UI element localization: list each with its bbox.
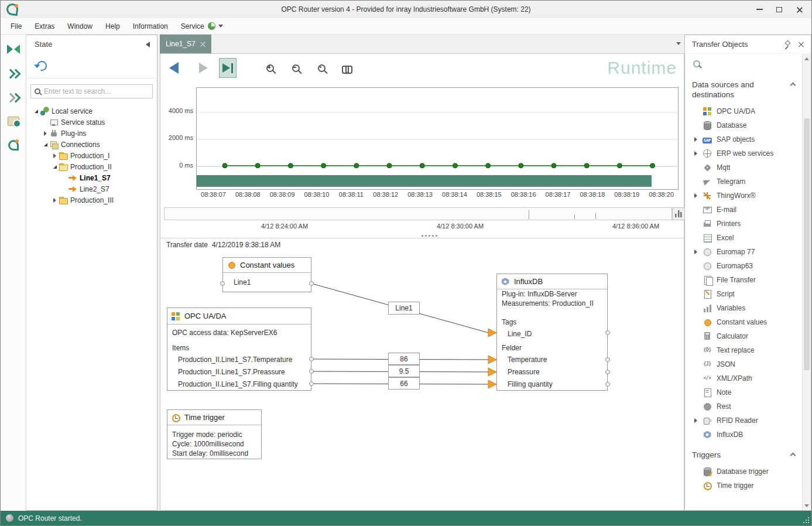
collapse-section-icon[interactable] [790, 83, 796, 88]
plugin-package-strip-button[interactable] [4, 112, 23, 131]
tree-expander-icon[interactable] [51, 165, 59, 169]
transfer-object-item[interactable]: E-mail [685, 203, 802, 217]
item-expander-icon[interactable] [694, 137, 703, 142]
connection-port[interactable] [605, 370, 610, 374]
section-triggers[interactable]: Triggers [685, 442, 802, 464]
tree-expander-icon[interactable] [51, 198, 59, 203]
tree-item[interactable]: Production_I [26, 150, 157, 161]
menu-extras[interactable]: Extras [28, 20, 61, 33]
transfer-object-item[interactable]: Time trigger [685, 479, 802, 493]
transfer-object-item[interactable]: InfluxDB [685, 428, 802, 442]
transfer-objects-search[interactable] [685, 54, 811, 74]
service-menu-caret-icon[interactable] [218, 25, 223, 28]
tab-line1-s7[interactable]: Line1_S7 [160, 35, 211, 53]
tree-item[interactable]: Connections [26, 139, 157, 150]
transfer-object-item[interactable]: Rest [685, 399, 802, 414]
collapse-section-icon[interactable] [790, 453, 796, 459]
transfer-object-item[interactable]: RFID Reader [685, 414, 802, 428]
tree-item[interactable]: Service status [26, 117, 157, 128]
transfer-object-item[interactable]: {O} Text replace [685, 343, 802, 357]
tree-item[interactable]: Line1_S7 [26, 172, 157, 183]
connection-port[interactable] [605, 382, 610, 387]
menu-file[interactable]: File [4, 20, 28, 33]
item-expander-icon[interactable] [694, 193, 703, 198]
tree-expander-icon[interactable] [32, 110, 40, 113]
scroll-up-button[interactable] [803, 54, 811, 63]
transfer-object-item[interactable]: Note [685, 385, 802, 399]
transfer-object-item[interactable]: Calculator [685, 329, 802, 343]
flow-node-opc-ua-da[interactable]: OPC UA/DA OPC access data: KepServerEX6 … [167, 308, 311, 391]
go-to-latest-button[interactable] [219, 58, 237, 78]
tree-expander-icon[interactable] [42, 143, 49, 146]
transfer-object-item[interactable]: Database [685, 118, 802, 132]
transfer-object-item[interactable]: Constant values [685, 315, 802, 329]
transfer-list-strip-button[interactable] [4, 64, 23, 83]
transfer-object-item[interactable]: </> XML/XPath [685, 371, 802, 385]
tree-item[interactable]: Local service [26, 105, 157, 117]
connection-port[interactable] [605, 330, 610, 335]
menu-window[interactable]: Window [61, 20, 99, 33]
navigator-chart-mode-button[interactable] [672, 207, 685, 220]
item-expander-icon[interactable] [694, 250, 703, 254]
minimize-button[interactable] [749, 2, 769, 17]
section-data-sources[interactable]: Data sources and destinations [685, 74, 802, 104]
nav-forward-button[interactable] [194, 58, 212, 78]
find-button[interactable] [338, 58, 356, 78]
close-button[interactable] [789, 2, 809, 17]
flow-node-influxdb[interactable]: InfluxDB Plug-in: InfluxDB-Server Measur… [496, 274, 608, 391]
transfer-object-item[interactable]: Variables [685, 301, 802, 315]
transfer-object-item[interactable]: Mqtt [685, 160, 802, 175]
collapse-panel-icon[interactable] [146, 42, 150, 47]
connection-port[interactable] [309, 381, 314, 386]
tree-item[interactable]: Production_III [26, 194, 157, 206]
router-connection-strip-button[interactable] [4, 136, 23, 155]
transfer-object-item[interactable]: Telegram [685, 175, 802, 189]
refresh-button[interactable] [35, 59, 49, 73]
connection-port[interactable] [220, 281, 225, 286]
flow-node-constant-values[interactable]: Constant values Line1 [222, 257, 311, 292]
resize-grip-icon[interactable] [802, 516, 809, 523]
splitter-handle[interactable] [160, 233, 684, 238]
timeline-navigator[interactable] [164, 207, 672, 220]
connection-port[interactable] [309, 357, 314, 361]
transfer-object-item[interactable]: Euromap 77 [685, 245, 802, 259]
transfer-object-item[interactable]: Database trigger [685, 464, 802, 479]
tree-item[interactable]: Line2_S7 [26, 183, 157, 194]
tree-expander-icon[interactable] [42, 131, 49, 136]
tab-list-dropdown-icon[interactable] [676, 42, 681, 45]
transfer-object-item[interactable]: Script [685, 287, 802, 301]
transfer-object-item[interactable]: Euromap63 [685, 259, 802, 273]
search-input[interactable] [44, 87, 149, 95]
menu-service[interactable]: Service [174, 20, 207, 33]
tree-item[interactable]: Plug-ins [26, 128, 157, 139]
transfer-object-item[interactable]: File Transfer [685, 273, 802, 287]
connection-port[interactable] [309, 281, 314, 286]
routes-strip-button[interactable] [4, 88, 23, 107]
nav-back-button[interactable] [165, 58, 183, 78]
zoom-out-button[interactable] [287, 58, 304, 78]
transfer-object-item[interactable]: Printers [685, 217, 802, 231]
transfer-object-item[interactable]: OPC UA/DA [685, 104, 802, 118]
menu-information[interactable]: Information [126, 20, 174, 33]
zoom-fit-button[interactable] [313, 58, 330, 78]
transfer-object-item[interactable]: ThingWorx® [685, 189, 802, 203]
pin-icon[interactable] [785, 40, 791, 46]
transfer-object-item[interactable]: ERP web services [685, 146, 802, 160]
transfer-object-item[interactable]: Excel [685, 231, 802, 245]
tree-expander-icon[interactable] [51, 153, 59, 158]
panel-close-icon[interactable] [798, 42, 804, 47]
item-expander-icon[interactable] [694, 151, 703, 156]
menu-help[interactable]: Help [99, 20, 126, 33]
tab-close-icon[interactable] [200, 42, 205, 47]
transfer-object-item[interactable]: SAP SAP objects [685, 132, 802, 146]
item-expander-icon[interactable] [694, 418, 703, 423]
scroll-down-button[interactable] [803, 501, 811, 510]
maximize-button[interactable] [769, 2, 789, 17]
zoom-in-button[interactable] [261, 58, 279, 78]
scrollbar-thumb[interactable] [804, 118, 810, 370]
tree-item[interactable]: Production_II [26, 161, 157, 172]
transfer-object-item[interactable]: {J} JSON [685, 357, 802, 371]
connection-port[interactable] [309, 369, 314, 374]
flow-node-time-trigger[interactable]: Time trigger Trigger mode: periodicCycle… [167, 409, 262, 459]
panel-scrollbar[interactable] [802, 54, 811, 510]
